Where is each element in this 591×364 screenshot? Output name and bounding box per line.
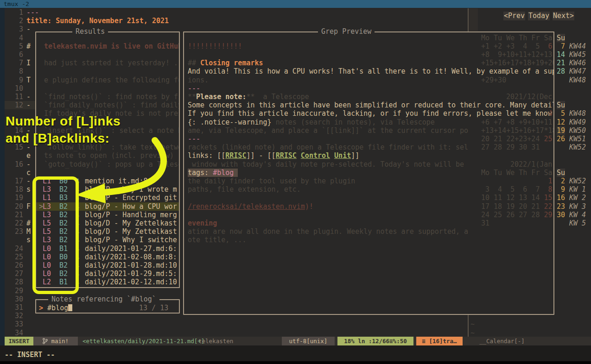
calendar-day: 1 — [548, 177, 553, 185]
calendar-week-label: KW50 — [569, 126, 586, 135]
result-text: daily/2021-02-12.md:10 — [85, 278, 177, 286]
calendar-nav-prev[interactable]: <Prev — [503, 12, 525, 20]
line-number: 29 — [6, 287, 23, 295]
calendar-day-row[interactable]: 4 — [481, 109, 553, 118]
preview-line-text: ## — [188, 59, 200, 67]
calendar-sunday-date[interactable]: 7 — [557, 42, 565, 50]
calendar-day-row[interactable]: +29+30 — [481, 76, 506, 84]
calendar-day: +6 +7 +8 +9+10+11 — [481, 118, 553, 126]
calendar-week-label: KW44 — [569, 42, 586, 50]
buffer-edge-char: - — [26, 101, 31, 109]
calendar-sunday-date[interactable]: 19 — [557, 126, 565, 135]
result-text: blog/D - My Zettelkast — [85, 227, 177, 236]
preview-line: tags: #blog — [188, 169, 238, 177]
git-branch-segment: main! — [33, 337, 78, 345]
line-number: 20 — [6, 202, 23, 211]
prompt-query: #blog — [47, 304, 68, 312]
calendar-day-row[interactable]: 27 28 29 30 31 — [481, 143, 540, 151]
preview-line: /renerocksai/telekasten.nvim)! — [188, 202, 313, 211]
calendar-day-row[interactable]: +8 9+10+11+12+13 — [481, 50, 553, 59]
empty-line-tilde: ~ — [470, 320, 475, 328]
buffer-edge-char: e — [26, 151, 31, 160]
calendar-sunday-date[interactable]: 30 — [557, 211, 565, 219]
preview-line: the daily finder tool used by the plugin — [188, 177, 355, 185]
prompt-input[interactable]: > #blog — [39, 304, 72, 312]
calendar-sunday-date[interactable]: 16 — [557, 194, 565, 202]
empty-line-tilde: ~ — [470, 329, 475, 337]
calendar-nav-today[interactable]: Today — [528, 12, 550, 20]
calendar-sunday-date[interactable]: 12 — [557, 118, 565, 126]
calendar-sunday-date[interactable]: 5 — [557, 109, 565, 118]
calendar-day-row[interactable]: 17 18 19 20 21 22 — [481, 202, 553, 211]
preview-line: ## Closing remarks — [188, 59, 263, 67]
annotation-highlight-box — [32, 176, 79, 294]
preview-line-text: --- — [188, 84, 200, 93]
calendar-sunday-date[interactable]: 26 — [557, 135, 565, 143]
calendar-nav-next[interactable]: Next> — [553, 12, 574, 20]
line-number: 19 — [6, 194, 23, 202]
calendar-day-row[interactable]: +13+14+15+16+17*18 — [481, 126, 553, 135]
preview-line-text: Closing remarks — [200, 59, 263, 67]
ghost-text: e plugin defines the following fun — [44, 76, 179, 84]
calendar-sunday-date[interactable]: 21 — [557, 59, 565, 67]
calendar-day-row[interactable]: 24 25 26 27 28 29 — [481, 211, 553, 219]
window-split-line — [468, 8, 469, 31]
calendar-cursor-column — [469, 8, 478, 31]
window-split-line — [468, 315, 469, 337]
line-number: 23 — [6, 227, 23, 236]
result-text: daily/2021-01-29.md:5: — [85, 270, 177, 278]
calendar-day-row[interactable]: 3 4 5 6 7 8 — [481, 185, 553, 194]
calendar-sunday-date[interactable]: 14 — [557, 50, 565, 59]
file-path: <ettelkasten/daily/2021-11-21.md[+] — [79, 337, 204, 345]
calendar-day-row[interactable]: 10 11 12 13 14 15 — [481, 194, 553, 202]
preview-line: rackets (linked note) and open a Telesco… — [188, 143, 468, 151]
calendar-day-row[interactable]: 20 21 22+23+24 25 — [481, 135, 553, 143]
calendar-day-row[interactable]: +6 +7 +8 +9+10+11 — [481, 118, 553, 126]
calendar-sunday-date[interactable]: 23 — [557, 202, 565, 211]
encoding-indicator: utf-8[unix] — [282, 337, 335, 345]
calendar-day-row[interactable]: Mo Tu We Th Fr Sa — [481, 34, 553, 42]
results-window-title: Results — [72, 27, 108, 36]
preview-line-text: the daily finder tool used by the plugin — [188, 177, 355, 185]
text-cursor — [68, 304, 72, 311]
prompt-caret: > — [39, 304, 47, 312]
preview-line-text: ation are now all done in the plugin. We… — [188, 227, 468, 236]
buffer-line: --- — [26, 8, 39, 17]
line-number: 7 — [6, 59, 23, 67]
preview-line-text: notes (search in notes), via Telescope — [272, 118, 435, 126]
calendar-month-title: 2021/12(Dec — [506, 93, 552, 101]
preview-line-text: ]] - [[ — [246, 151, 275, 160]
line-number: 11 — [6, 93, 23, 101]
calendar-day-row[interactable]: 31 — [481, 219, 489, 227]
buffer-edge-char: s — [26, 185, 31, 194]
ghost-text: telekasten.nvim is live on GitHub! — [44, 42, 179, 50]
preview-line: --- — [188, 84, 200, 93]
preview-line: Some concepts in this article have been … — [188, 101, 553, 109]
calendar-day: 24 25 26 27 28 — [481, 211, 540, 219]
calendar-day: 17 18 19 20 21 — [481, 202, 540, 211]
terminal-screen: tmux -2 1---2title: Sunday, November 21s… — [0, 0, 591, 364]
preview-line-text: ** — [246, 93, 254, 101]
result-text: blog/P - Why I switche — [85, 236, 177, 244]
calendar-day-row[interactable]: +15+16+17+18+19+20 — [481, 59, 553, 67]
calendar-day-row[interactable]: +1 +2 +3 4 5 6 — [481, 42, 553, 50]
preview-line-text: window with today's daily note pre-selec… — [188, 160, 464, 169]
preview-content: !!!!!!!!!!!!!## Closing remarksAnd voila… — [184, 32, 553, 314]
calendar-day: 15 — [540, 194, 552, 202]
annotation-line-1: Number of [L]inks — [6, 114, 121, 129]
preview-line: **Please note:** a Telescope — [188, 93, 309, 101]
line-number: 28 — [6, 278, 23, 286]
calendar-sunday-date[interactable]: 2 — [557, 177, 565, 185]
preview-line-text: paths, file extension, etc. — [188, 185, 301, 194]
line-number: 1 — [6, 8, 23, 17]
preview-line-text: RRISC — [276, 151, 297, 160]
line-number: 9 — [6, 76, 23, 84]
line-number: 12 — [6, 101, 23, 109]
calendar-day-row[interactable]: Mo Tu We Th Fr Sa — [481, 169, 553, 177]
calendar-day: 25 — [540, 135, 552, 143]
calendar-day: +29+30 — [481, 76, 506, 84]
calendar-day-row[interactable]: 1 — [481, 177, 553, 185]
preview-line-text: ame, via Telescope, and place a `[[link]… — [188, 126, 468, 135]
calendar-sunday-date[interactable]: 28 — [557, 67, 565, 75]
calendar-sunday-date[interactable]: 9 — [557, 185, 565, 194]
